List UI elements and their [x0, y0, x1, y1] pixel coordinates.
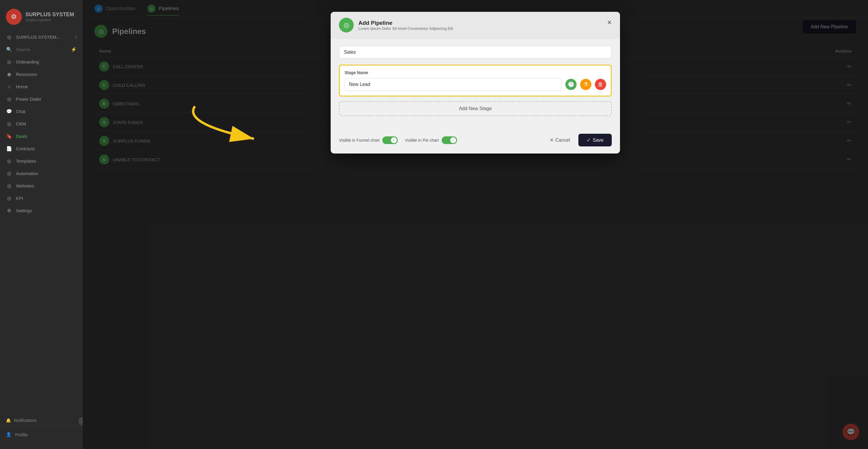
modal-subtitle: Lorem Ipsum Dolor Sit Amet Consectetur A…	[359, 26, 453, 31]
pie-chart-label: Visible in Pie chart	[405, 138, 439, 142]
search-icon: 🔍	[6, 46, 12, 53]
crm-icon: ◎	[6, 121, 12, 127]
chat-icon: 💬	[6, 108, 12, 115]
modal-footer: Visible in Funnel chart ✓ Visible in Pie…	[331, 129, 620, 154]
sidebar-nav: ◎ Onboarding ◉ Resources ⌂ Home ◎ Power …	[0, 56, 83, 415]
org-icon: ◎	[6, 34, 12, 40]
logo-name: SURPLUS SYSTEM	[25, 11, 74, 18]
home-icon: ⌂	[6, 83, 12, 90]
logo-icon: ⚙	[6, 9, 22, 25]
profile-icon: 👤	[6, 432, 11, 437]
sidebar-item-automation[interactable]: ◎ Automation	[0, 167, 83, 180]
arrow-annotation	[177, 100, 272, 154]
sidebar-item-chat[interactable]: 💬 Chat	[0, 105, 83, 118]
pipeline-name-input[interactable]	[339, 46, 612, 59]
resources-icon: ◉	[6, 71, 12, 77]
main-content: ◎ Opportunities ◎ Pipelines ◎ Pipelines …	[83, 0, 868, 449]
sidebar-item-contracts[interactable]: 📄 Contracts	[0, 142, 83, 155]
org-chevron: ‹	[75, 34, 77, 39]
contracts-icon: 📄	[6, 145, 12, 152]
pie-chart-toggle-group: Visible in Pie chart ✓	[405, 136, 457, 144]
sidebar-notifications[interactable]: 🔔 Notifications	[0, 415, 83, 426]
websites-icon: ◎	[6, 183, 12, 189]
stage-section: Stage Name 🕐 ⚗ 🗑	[339, 65, 612, 97]
stage-label: Stage Name	[345, 70, 606, 75]
funnel-chart-toggle[interactable]: ✓	[382, 136, 398, 144]
sidebar-org[interactable]: ◎ SURPLUS SYSTEM... ‹	[0, 31, 83, 43]
bolt-icon: ⚡	[71, 46, 77, 52]
nav-label: CRM	[16, 121, 26, 126]
save-label: Save	[593, 137, 603, 143]
nav-label: Contracts	[16, 146, 35, 151]
save-check-icon: ✓	[587, 137, 590, 143]
sidebar-item-crm[interactable]: ◎ CRM	[0, 118, 83, 130]
notifications-label: Notifications	[14, 418, 36, 423]
nav-label: Home	[16, 84, 28, 89]
funnel-chart-toggle-group: Visible in Funnel chart ✓	[339, 136, 398, 144]
org-label: SURPLUS SYSTEM...	[16, 35, 60, 39]
onboarding-icon: ◎	[6, 59, 12, 65]
modal-close-button[interactable]: ✕	[604, 18, 614, 27]
modal-header: ◎ Add Pipeline Lorem Ipsum Dolor Sit Ame…	[331, 12, 620, 39]
nav-label: Websites	[16, 183, 34, 188]
nav-label: Onboarding	[16, 59, 39, 64]
stage-row: 🕐 ⚗ 🗑	[345, 78, 606, 91]
logo-sub: surplus.system	[25, 18, 74, 22]
stage-name-input[interactable]	[345, 78, 562, 91]
modal-header-text: Add Pipeline Lorem Ipsum Dolor Sit Amet …	[359, 20, 453, 31]
sidebar-search[interactable]: 🔍 Search ⚡	[0, 43, 83, 56]
nav-label: Chat	[16, 109, 25, 114]
sidebar-item-resources[interactable]: ◉ Resources	[0, 68, 83, 80]
cancel-label: Cancel	[555, 137, 570, 143]
sidebar-logo: ⚙ SURPLUS SYSTEM surplus.system	[0, 6, 83, 31]
sidebar-item-onboarding[interactable]: ◎ Onboarding	[0, 56, 83, 68]
nav-label: Settings	[16, 208, 32, 213]
add-new-stage-button[interactable]: Add New Stage	[339, 101, 612, 116]
modal-title: Add Pipeline	[359, 20, 453, 26]
stage-clock-button[interactable]: 🕐	[565, 79, 577, 90]
deals-icon: 🔖	[6, 133, 12, 139]
toggle-knob: ✓	[450, 137, 456, 143]
sidebar-item-kpi[interactable]: ◎ KPI	[0, 192, 83, 204]
cancel-x-icon: ✕	[550, 137, 554, 143]
sidebar-item-settings[interactable]: ⚙ Settings	[0, 204, 83, 217]
sidebar-item-websites[interactable]: ◎ Websites	[0, 180, 83, 192]
stage-filter-button[interactable]: ⚗	[580, 79, 591, 90]
sidebar-item-home[interactable]: ⌂ Home	[0, 80, 83, 93]
templates-icon: ◎	[6, 158, 12, 164]
pie-chart-toggle[interactable]: ✓	[442, 136, 457, 144]
modal-header-icon: ◎	[339, 18, 354, 32]
sidebar: ⚙ SURPLUS SYSTEM surplus.system ◎ SURPLU…	[0, 0, 83, 449]
modal-overlay: ◎ Add Pipeline Lorem Ipsum Dolor Sit Ame…	[83, 0, 868, 449]
profile-label: Profile	[15, 432, 28, 437]
sidebar-footer[interactable]: 👤 Profile	[0, 426, 83, 443]
nav-label: Power Dialer	[16, 97, 41, 101]
stage-delete-button[interactable]: 🗑	[595, 79, 606, 90]
power-dialer-icon: ◎	[6, 96, 12, 102]
modal-footer-actions: ✕ Cancel ✓ Save	[545, 134, 612, 147]
sidebar-item-power-dialer[interactable]: ◎ Power Dialer	[0, 93, 83, 105]
add-pipeline-modal: ◎ Add Pipeline Lorem Ipsum Dolor Sit Ame…	[331, 12, 620, 154]
search-label: Search	[16, 47, 30, 52]
automation-icon: ◎	[6, 170, 12, 177]
sidebar-item-deals[interactable]: 🔖 Deals	[0, 130, 83, 142]
toggle-knob: ✓	[391, 137, 397, 143]
kpi-icon: ◎	[6, 195, 12, 201]
funnel-chart-label: Visible in Funnel chart	[339, 138, 379, 142]
nav-label: Deals	[16, 134, 27, 139]
nav-label: Templates	[16, 159, 36, 164]
nav-label: Automation	[16, 171, 38, 176]
nav-label: Resources	[16, 72, 37, 77]
sidebar-item-templates[interactable]: ◎ Templates	[0, 155, 83, 167]
bell-icon: 🔔	[6, 418, 11, 423]
settings-icon: ⚙	[6, 207, 12, 214]
modal-body: Stage Name 🕐 ⚗ 🗑 Add New Stage	[331, 39, 620, 129]
nav-label: KPI	[16, 196, 23, 201]
cancel-button[interactable]: ✕ Cancel	[545, 134, 575, 146]
save-button[interactable]: ✓ Save	[578, 134, 612, 147]
